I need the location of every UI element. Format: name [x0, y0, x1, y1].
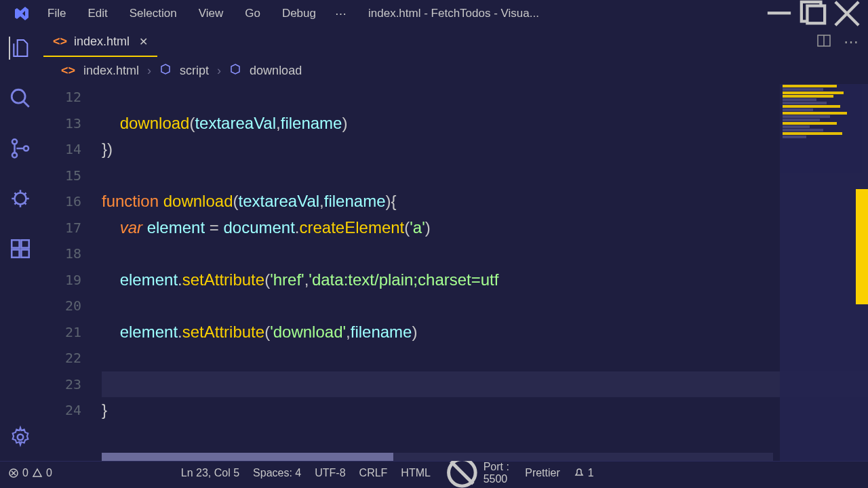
svg-point-6	[24, 146, 28, 150]
line-number: 21	[65, 319, 81, 346]
editor-area: <> index.html ✕ ⋯ <> index.html › script…	[41, 27, 868, 461]
minimap[interactable]	[780, 84, 868, 461]
breadcrumb[interactable]: <> index.html › script › download	[41, 57, 868, 84]
line-number: 18	[65, 241, 81, 267]
debug-icon[interactable]	[9, 187, 32, 210]
code-line[interactable]: var element = document.createElement('a'…	[102, 215, 868, 241]
svg-rect-0	[768, 12, 791, 14]
maximize-button[interactable]	[797, 0, 829, 27]
code-editor[interactable]: 12131415161718192021222324 download(text…	[41, 84, 868, 461]
line-number: 17	[65, 215, 81, 241]
svg-point-5	[12, 152, 17, 157]
chevron-right-icon: ›	[217, 64, 221, 78]
minimize-button[interactable]	[764, 0, 795, 27]
files-icon[interactable]	[9, 37, 32, 60]
line-gutter: 12131415161718192021222324	[41, 84, 102, 461]
line-number: 14	[65, 136, 81, 163]
overview-ruler-mark	[856, 189, 868, 304]
window-title: index.html - FetchTodos - Visua...	[356, 7, 764, 20]
line-number: 13	[65, 110, 81, 137]
workspace: <> index.html ✕ ⋯ <> index.html › script…	[0, 27, 868, 461]
menu-debug[interactable]: Debug	[273, 4, 326, 23]
line-number: 16	[65, 188, 81, 215]
line-number: 24	[65, 397, 81, 424]
breadcrumb-file[interactable]: index.html	[83, 64, 139, 78]
code-line[interactable]: element.setAttribute('download',filename…	[102, 319, 868, 346]
svg-point-3	[12, 89, 25, 103]
extensions-icon[interactable]	[9, 237, 32, 260]
svg-rect-2	[807, 6, 825, 24]
html-file-icon: <>	[53, 35, 67, 49]
svg-point-12	[18, 434, 24, 441]
html-file-icon: <>	[61, 64, 75, 78]
code-line[interactable]: download(textareaVal,filename)	[102, 110, 868, 137]
status-bar: 0 0 Ln 23, Col 5 Spaces: 4 UTF-8 CRLF HT…	[0, 461, 868, 484]
chevron-right-icon: ›	[147, 64, 151, 78]
scrollbar-thumb[interactable]	[102, 453, 393, 461]
line-number: 22	[65, 345, 81, 371]
svg-point-4	[12, 140, 17, 144]
search-icon[interactable]	[9, 87, 32, 110]
svg-rect-11	[21, 240, 28, 247]
code-line[interactable]	[102, 241, 868, 267]
menu-go[interactable]: Go	[235, 4, 270, 23]
tab-close-icon[interactable]: ✕	[139, 35, 148, 48]
function-icon	[229, 63, 241, 79]
line-number: 12	[65, 84, 81, 110]
menu-bar: FileEditSelectionViewGoDebug	[38, 4, 326, 23]
vscode-logo-icon	[14, 5, 30, 22]
line-number: 19	[65, 267, 81, 293]
close-button[interactable]	[831, 0, 863, 27]
horizontal-scrollbar[interactable]	[102, 453, 773, 461]
more-actions-icon[interactable]: ⋯	[844, 33, 859, 51]
line-number: 20	[65, 293, 81, 319]
menu-file[interactable]: File	[38, 4, 75, 23]
status-eol[interactable]: CRLF	[359, 467, 388, 479]
activity-bar	[0, 27, 41, 461]
code-content[interactable]: download(textareaVal,filename)})function…	[102, 84, 868, 461]
status-notifications[interactable]: 1	[574, 467, 594, 479]
line-number: 15	[65, 163, 81, 189]
source-control-icon[interactable]	[9, 137, 32, 160]
status-indentation[interactable]: Spaces: 4	[253, 467, 301, 479]
line-number: 23	[65, 371, 81, 398]
status-cursor-position[interactable]: Ln 23, Col 5	[181, 467, 239, 479]
svg-line-17	[451, 462, 473, 484]
breadcrumb-script[interactable]: script	[180, 64, 209, 78]
breadcrumb-function[interactable]: download	[250, 64, 302, 78]
tab-label: index.html	[74, 35, 130, 49]
code-line[interactable]: element.setAttribute('href','data:text/p…	[102, 267, 868, 293]
code-line[interactable]: function download(textareaVal,filename){	[102, 188, 868, 215]
title-bar: FileEditSelectionViewGoDebug ⋯ index.htm…	[0, 0, 868, 27]
svg-rect-8	[12, 240, 19, 247]
status-problems[interactable]: 0 0	[8, 467, 52, 479]
status-language[interactable]: HTML	[401, 467, 431, 479]
code-line[interactable]	[102, 163, 868, 189]
code-line[interactable]	[102, 84, 868, 110]
status-encoding[interactable]: UTF-8	[315, 467, 345, 479]
menu-edit[interactable]: Edit	[78, 4, 117, 23]
status-formatter[interactable]: Prettier	[525, 467, 560, 479]
svg-rect-10	[21, 249, 28, 257]
menu-selection[interactable]: Selection	[120, 4, 186, 23]
tab-bar: <> index.html ✕ ⋯	[41, 27, 868, 57]
code-line[interactable]: })	[102, 136, 868, 163]
split-editor-icon[interactable]	[816, 33, 831, 51]
code-line[interactable]	[102, 371, 868, 398]
code-line[interactable]	[102, 345, 868, 371]
code-line[interactable]: }	[102, 397, 868, 424]
settings-icon[interactable]	[9, 426, 32, 449]
code-line[interactable]	[102, 293, 868, 319]
tab-index-html[interactable]: <> index.html ✕	[43, 27, 157, 57]
svg-rect-9	[12, 249, 19, 257]
script-icon	[159, 63, 172, 79]
menu-view[interactable]: View	[189, 4, 233, 23]
menu-overflow[interactable]: ⋯	[326, 4, 356, 24]
window-controls	[764, 0, 863, 27]
